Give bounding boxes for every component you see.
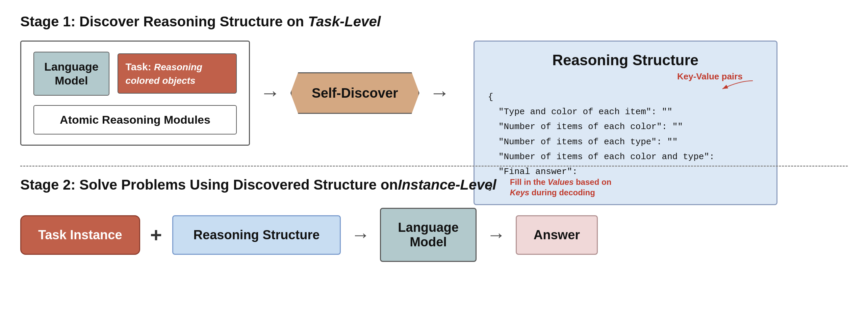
fill-note: Fill in the Values based onKeys during d… xyxy=(510,177,612,198)
stage1-diagram: Language Model Task: Reasoning colored o… xyxy=(20,41,453,146)
lang-model-line2: Model xyxy=(55,74,88,87)
stage-divider xyxy=(20,166,848,167)
arrow-to-self-discover: → xyxy=(260,83,280,103)
atomic-reasoning-box: Atomic Reasoning Modules xyxy=(33,105,237,134)
self-discover-label: Self-Discover xyxy=(312,85,398,100)
stage2-title-italic: Instance-Level xyxy=(398,177,496,193)
stage1-title-italic: Task-Level xyxy=(308,14,381,29)
stage1-title-text: Stage 1: Discover Reasoning Structure on xyxy=(20,14,308,29)
main-container: Stage 1: Discover Reasoning Structure on… xyxy=(0,0,868,319)
stage2-title-text: Stage 2: Solve Problems Using Discovered… xyxy=(20,177,398,193)
arrow-to-answer: → xyxy=(487,225,506,244)
lang-model-line1: Language xyxy=(44,60,99,73)
stage1-box-top: Language Model Task: Reasoning colored o… xyxy=(33,52,237,96)
answer-label: Answer xyxy=(534,228,580,242)
language-model-box: Language Model xyxy=(33,52,109,96)
task-instance-label: Task Instance xyxy=(38,228,122,242)
task-label: Task: xyxy=(126,61,154,72)
code-line-3: "Number of items of each type": "" xyxy=(488,134,763,149)
code-line-4: "Number of items of each color and type"… xyxy=(488,149,763,164)
code-line-0: { xyxy=(488,90,763,104)
task-box: Task: Reasoning colored objects xyxy=(118,53,237,94)
answer-box: Answer xyxy=(516,215,598,255)
stage2-section: Stage 2: Solve Problems Using Discovered… xyxy=(20,177,848,262)
stage2-title: Stage 2: Solve Problems Using Discovered… xyxy=(20,177,496,193)
rs2-label: Reasoning Structure xyxy=(194,228,320,242)
stage2-flow: Task Instance + Reasoning Structure → La… xyxy=(20,208,848,262)
stage1-title: Stage 1: Discover Reasoning Structure on… xyxy=(20,14,453,30)
arrow-to-rs: → xyxy=(430,83,450,103)
rs-title: Reasoning Structure xyxy=(488,52,763,69)
code-line-1: "Type and color of each item": "" xyxy=(488,104,763,119)
kv-arrow-svg xyxy=(689,78,756,92)
stage1-left: Stage 1: Discover Reasoning Structure on… xyxy=(20,14,453,146)
arrow-to-lm: → xyxy=(351,225,370,244)
atomic-label: Atomic Reasoning Modules xyxy=(60,113,210,126)
self-discover-box: Self-Discover xyxy=(290,72,419,114)
plus-sign: + xyxy=(150,223,162,247)
code-line-2: "Number of items of each color": "" xyxy=(488,119,763,134)
stage2-header: Stage 2: Solve Problems Using Discovered… xyxy=(20,177,848,198)
stage1-input-box: Language Model Task: Reasoning colored o… xyxy=(20,41,250,146)
rs-annotation-area: Key-Value pairs xyxy=(488,75,763,90)
lang-model2-box: LanguageModel xyxy=(380,208,476,262)
stage1-section: Stage 1: Discover Reasoning Structure on… xyxy=(20,14,848,159)
task-instance-box: Task Instance xyxy=(20,215,140,255)
rs2-box: Reasoning Structure xyxy=(172,215,341,255)
